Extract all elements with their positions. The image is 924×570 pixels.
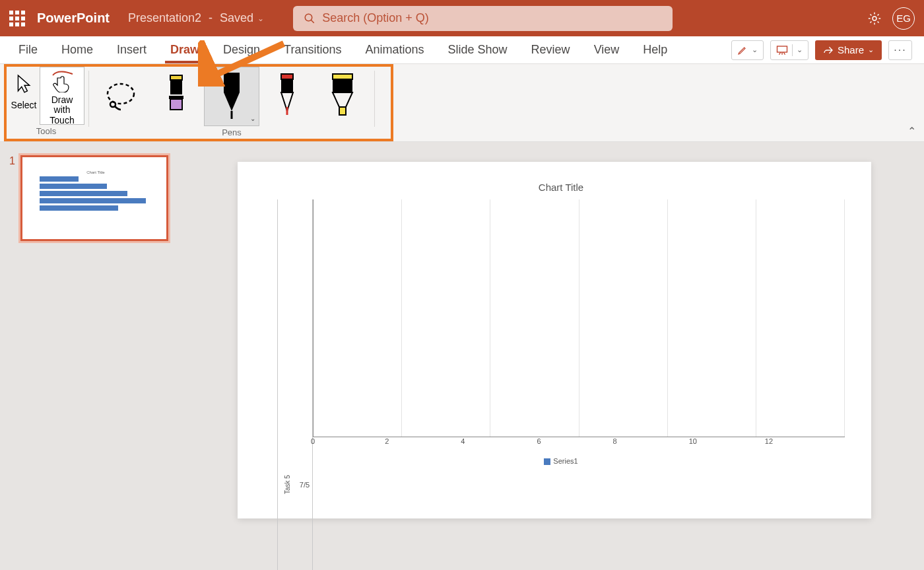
tab-review[interactable]: Review — [519, 36, 582, 63]
draw-with-touch-button[interactable]: Draw with Touch — [40, 67, 84, 125]
svg-point-2 — [873, 17, 876, 20]
svg-rect-7 — [170, 75, 182, 80]
svg-rect-11 — [224, 73, 240, 92]
highlighter-icon — [327, 73, 358, 120]
highlighter-yellow-button[interactable] — [315, 67, 370, 126]
gear-icon — [867, 11, 882, 26]
search-box[interactable] — [293, 6, 673, 31]
select-tool-button[interactable]: Select — [8, 67, 40, 125]
present-button[interactable]: ⌄ — [770, 40, 808, 60]
tab-insert[interactable]: Insert — [105, 36, 158, 63]
share-label: Share — [838, 44, 864, 55]
ellipsis-icon: ··· — [894, 44, 906, 56]
svg-rect-14 — [281, 79, 293, 92]
tab-draw[interactable]: Draw — [158, 36, 211, 63]
tab-design[interactable]: Design — [211, 36, 272, 63]
account-avatar[interactable]: EG — [892, 7, 915, 30]
svg-rect-18 — [339, 107, 346, 115]
slide-canvas[interactable]: Chart Title Task 57/5Task 46/29Task 36/1… — [238, 162, 871, 518]
svg-rect-16 — [333, 74, 352, 79]
legend-label: Series1 — [553, 457, 578, 465]
pen-purple-button[interactable] — [148, 67, 204, 126]
pen-icon — [217, 70, 246, 123]
chart-x-axis: 024681012 — [313, 437, 845, 445]
pen-icon — [277, 73, 297, 120]
svg-rect-10 — [170, 99, 182, 110]
pencil-icon — [737, 45, 748, 55]
legend-swatch — [544, 458, 550, 465]
tab-transitions[interactable]: Transitions — [272, 36, 353, 63]
slide-thumbnail-panel: 1 Chart Title — [0, 142, 198, 570]
tab-animations[interactable]: Animations — [353, 36, 436, 63]
editing-mode-button[interactable]: ⌄ — [731, 40, 764, 60]
svg-rect-3 — [777, 46, 787, 52]
slide-preview: Chart Title — [20, 155, 168, 241]
chart-plot — [313, 199, 845, 437]
search-icon — [304, 13, 315, 24]
chevron-down-icon: ⌄ — [752, 46, 758, 54]
document-name: Presentation2 — [128, 11, 201, 25]
save-status: Saved — [220, 11, 253, 25]
slide-stage[interactable]: Chart Title Task 57/5Task 46/29Task 36/1… — [198, 142, 924, 570]
collapse-ribbon-button[interactable]: ⌃ — [908, 125, 916, 137]
pen-black-button[interactable]: ⌄ — [204, 67, 259, 126]
lasso-icon — [102, 78, 139, 115]
ribbon-separator — [374, 71, 375, 127]
search-input[interactable] — [322, 11, 662, 25]
tab-view[interactable]: View — [582, 36, 632, 63]
ribbon-tabs: File Home Insert Draw Design Transitions… — [0, 36, 924, 64]
svg-point-6 — [110, 102, 116, 107]
tab-help[interactable]: Help — [631, 36, 679, 63]
marker-icon — [165, 73, 187, 120]
tab-slide-show[interactable]: Slide Show — [436, 36, 519, 63]
chart: Task 57/5Task 46/29Task 36/16Task 26/8Ta… — [277, 199, 845, 437]
title-bar: PowerPoint Presentation2 - Saved ⌄ EG — [0, 0, 924, 36]
svg-point-5 — [108, 84, 134, 104]
more-options-button[interactable]: ··· — [888, 40, 912, 60]
cursor-icon — [15, 74, 32, 94]
tab-file[interactable]: File — [7, 36, 50, 63]
ribbon-group-tools: Select Draw with Touch Tools — [4, 67, 88, 141]
svg-line-1 — [311, 20, 314, 23]
document-title[interactable]: Presentation2 - Saved ⌄ — [128, 11, 264, 25]
chevron-down-icon: ⌄ — [250, 115, 255, 122]
draw-ribbon: Select Draw with Touch Tools — [0, 64, 924, 142]
ribbon-group-pens: ⌄ Pens — [89, 67, 374, 141]
settings-button[interactable] — [866, 10, 883, 27]
tab-home[interactable]: Home — [50, 36, 105, 63]
share-button[interactable]: Share ⌄ — [815, 40, 882, 60]
chart-title: Chart Title — [277, 182, 845, 193]
svg-rect-17 — [333, 79, 352, 92]
share-icon — [823, 45, 834, 55]
slide-number: 1 — [9, 155, 15, 167]
chevron-down-icon: ⌄ — [797, 46, 803, 54]
svg-point-0 — [305, 14, 312, 21]
app-launcher-icon[interactable] — [9, 11, 25, 26]
slide-thumbnail[interactable]: 1 Chart Title — [9, 155, 189, 241]
lasso-select-button[interactable] — [93, 67, 148, 126]
svg-rect-8 — [170, 80, 182, 94]
chevron-down-icon: ⌄ — [868, 46, 874, 54]
workspace: 1 Chart Title Chart Title Task 57/5Task … — [0, 142, 924, 570]
chart-legend: Series1 — [277, 457, 845, 465]
pen-red-button[interactable] — [259, 67, 315, 126]
present-icon — [776, 45, 788, 55]
svg-rect-13 — [281, 74, 293, 79]
chevron-down-icon: ⌄ — [257, 14, 264, 23]
app-name: PowerPoint — [37, 11, 110, 26]
touch-draw-icon — [49, 70, 75, 92]
